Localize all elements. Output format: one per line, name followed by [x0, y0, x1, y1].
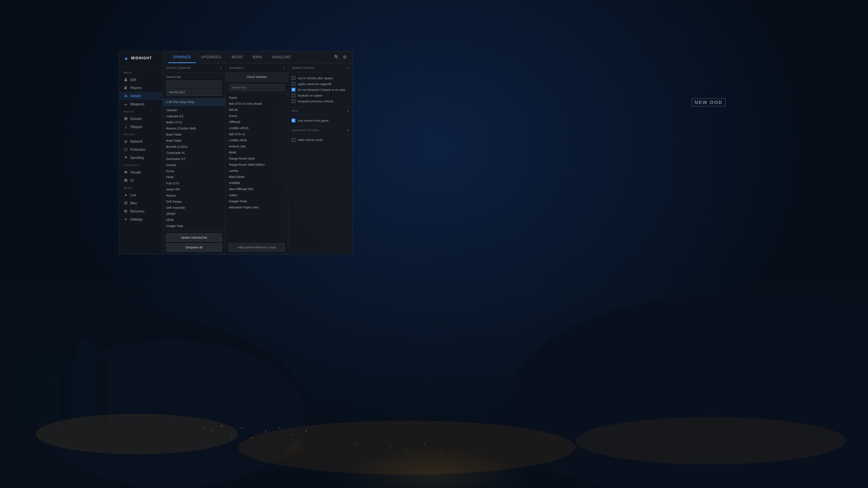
tab-spawner[interactable]: SPAWNER [168, 51, 196, 63]
sidebar-item-visuals[interactable]: Visuals [119, 168, 162, 176]
vehicle-item[interactable]: Asterope GZ [163, 113, 225, 119]
vehicle-item[interactable]: Boat Trailer [163, 131, 225, 138]
svg-point-10 [576, 417, 846, 464]
sidebar-item-vehicle[interactable]: Vehicle [119, 92, 162, 100]
network-icon [124, 139, 128, 143]
search-icon[interactable]: 🔍 [334, 55, 339, 60]
vehicle-item[interactable]: Aleutian [163, 107, 225, 113]
svg-point-35 [126, 97, 127, 97]
ui-icon [124, 178, 128, 182]
vehicle-item[interactable]: Boat Trailer [163, 138, 225, 144]
tab-mods[interactable]: MODS [227, 51, 247, 63]
vehicle-item[interactable]: FR36 [163, 174, 225, 180]
cloud-item[interactable]: FM8888 [225, 180, 288, 186]
checkbox-get-in[interactable] [292, 76, 295, 80]
vehicle-item[interactable]: Jester RR [163, 186, 225, 192]
checkbox-hide-mods[interactable] [292, 138, 295, 142]
vehicle-item[interactable]: Drift Tampa [163, 199, 225, 205]
sidebar-item-spoofing[interactable]: Spoofing [119, 154, 162, 162]
vehicle-item[interactable]: FR36 [163, 217, 225, 223]
svg-point-42 [125, 127, 127, 128]
vehicle-item[interactable]: Dorado [163, 162, 225, 168]
cloud-item[interactable]: BMW [225, 149, 288, 156]
vehicle-item[interactable]: Boxville (LSDS) [163, 144, 225, 150]
cloud-item[interactable]: Itali GTO v2 (new cloud) [225, 101, 288, 107]
spawned-vehicles-arrow: ▾ [347, 128, 349, 132]
vehicle-item[interactable]: Cavalcade XL [163, 150, 225, 156]
brand-icon: ▲ [124, 55, 129, 61]
svg-rect-15 [241, 427, 242, 428]
sidebar-item-teleport[interactable]: Teleport [119, 123, 162, 131]
option-label-hide-mods: Hide vehicle mods [298, 138, 323, 142]
sort-dropdown[interactable]: Sort by DLC [166, 89, 222, 96]
checkbox-no-despawn[interactable] [292, 88, 295, 92]
sidebar-item-lua[interactable]: Lua [119, 191, 162, 199]
sidebar-item-misc[interactable]: Misc [119, 199, 162, 207]
cloud-item[interactable]: Supra [225, 95, 288, 101]
sidebar-item-players[interactable]: Players [119, 84, 162, 92]
cloud-item[interactable]: Range Rover Debil Edition [225, 162, 288, 168]
section-label-world: World [119, 108, 162, 115]
cloud-item[interactable]: Range Rover NEW [225, 156, 288, 162]
tabs-bar: SPAWNER UPGRADES MODS MAIN HANDLING 🔍 ⚙ [163, 51, 352, 63]
sidebar-item-label-protection: Protection [130, 148, 145, 151]
svg-point-32 [126, 87, 127, 88]
checkbox-despawn-prev[interactable] [292, 99, 295, 103]
spawn-selected-button[interactable]: Spawn selected list [166, 233, 222, 242]
sidebar-item-label-players: Players [130, 86, 141, 90]
sidebar-item-ui[interactable]: UI [119, 176, 162, 184]
sidebar-item-protection[interactable]: Protection [119, 145, 162, 154]
cloud-item[interactable]: Krieger Pinky [225, 198, 288, 204]
checkbox-max-upgrade[interactable] [292, 82, 295, 86]
cloud-item[interactable]: New OffRoad Shit [225, 186, 288, 192]
cloud-item[interactable]: Calico [225, 192, 288, 198]
cloud-item[interactable]: OffRoad [225, 119, 288, 125]
managers-search-input[interactable] [229, 84, 284, 91]
cloud-item[interactable]: LAMBA URUS [225, 125, 288, 131]
sidebar-item-label-lua: Lua [130, 193, 136, 197]
vehicle-item[interactable]: Dominator GT [163, 156, 225, 162]
checkbox-explode[interactable] [292, 94, 295, 97]
cloud-item[interactable]: Lamba [225, 168, 288, 174]
option-label-get-in: Get in vehicle after spawn [298, 77, 333, 80]
cloud-item[interactable]: Itali GTO v2 [225, 131, 288, 137]
vehicle-item[interactable]: Ramus [163, 192, 225, 199]
spawner-search-input[interactable] [166, 81, 222, 87]
sidebar-item-recovery[interactable]: Recovery [119, 207, 162, 215]
svg-point-30 [125, 78, 127, 80]
cloud-item[interactable]: Funny [225, 113, 288, 119]
spawner-column: Default Spawner ▾ Search bar Sort by DLC… [163, 63, 225, 254]
sidebar-item-weapons[interactable]: Weapons [119, 100, 162, 108]
sidebar-item-settings[interactable]: Settings [119, 215, 162, 223]
sidebar-item-domain[interactable]: Domain [119, 115, 162, 123]
svg-point-60 [125, 219, 126, 220]
sidebar-item-network[interactable]: Network [119, 137, 162, 145]
checkbox-use-names[interactable] [292, 119, 295, 122]
vehicle-item[interactable]: ZR350 [163, 211, 225, 217]
cloud-item[interactable]: GELIK [225, 107, 288, 113]
cloud-item[interactable]: emerus_test [225, 143, 288, 149]
svg-rect-50 [126, 179, 127, 180]
vehicle-item[interactable]: Euros [163, 168, 225, 174]
svg-rect-53 [124, 202, 125, 203]
cloud-item[interactable]: Mitsubishi Pajero Mini [225, 204, 288, 210]
ui-container: ▲ MIDNIGHT Main Self [119, 51, 353, 255]
option-row-get-in: Get in vehicle after spawn [292, 75, 349, 81]
add-to-cloud-button[interactable]: Add current vehicle to Cloud [229, 243, 284, 251]
svg-rect-16 [252, 438, 252, 438]
vehicle-item[interactable]: Freight Train [163, 223, 225, 229]
tab-handling[interactable]: HANDLING [267, 51, 296, 63]
vehicle-item[interactable]: Baller ST-D [163, 119, 225, 125]
despawn-all-button[interactable]: Despawn all [166, 243, 222, 251]
tab-main[interactable]: MAIN [248, 51, 267, 63]
sidebar-item-self[interactable]: Self [119, 76, 162, 84]
gear-icon[interactable]: ⚙ [343, 55, 347, 60]
vehicle-item[interactable]: Futo GTX [163, 180, 225, 186]
svg-point-34 [125, 97, 125, 97]
cloud-item[interactable]: Black BMW [225, 174, 288, 180]
tab-upgrades[interactable]: UPGRADES [196, 51, 226, 63]
svg-rect-3 [19, 357, 32, 424]
cloud-item[interactable]: LAMBA NEW [225, 137, 288, 143]
vehicle-item[interactable]: Drift Yosemite [163, 205, 225, 211]
vehicle-item[interactable]: Benson (Cluckin' Bell) [163, 125, 225, 131]
